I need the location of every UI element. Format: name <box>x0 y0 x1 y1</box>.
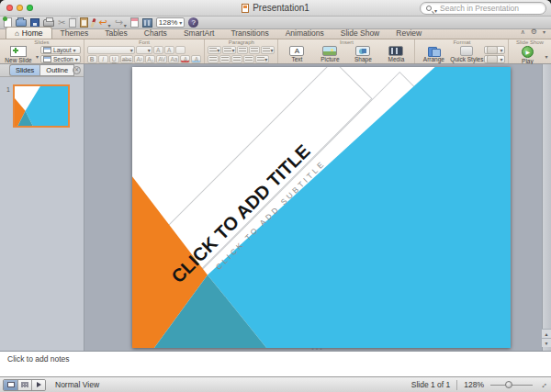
insert-media-button[interactable]: Media <box>380 46 411 62</box>
slide-show-view-button[interactable] <box>31 380 45 390</box>
shape-line-button[interactable] <box>484 55 505 63</box>
character-spacing-button[interactable]: AV <box>156 55 167 63</box>
copy-button[interactable] <box>69 17 76 28</box>
tab-home[interactable]: Home <box>6 27 52 39</box>
slide-show-icon <box>37 382 41 387</box>
insert-picture-label: Picture <box>320 56 339 62</box>
tab-smartart[interactable]: SmartArt <box>175 28 223 39</box>
close-pane-icon[interactable] <box>73 66 81 74</box>
cut-button[interactable] <box>58 17 65 28</box>
title-bar: Presentation1 Search in Presentation <box>0 0 551 17</box>
clear-formatting-button[interactable] <box>175 46 186 54</box>
tab-animations[interactable]: Animations <box>277 28 332 39</box>
slide-sorter-view-button[interactable] <box>17 380 31 390</box>
play-slideshow-button[interactable]: Play <box>512 46 543 64</box>
change-case-button[interactable]: Aa <box>168 55 179 63</box>
numbering-button[interactable] <box>222 46 236 54</box>
arrange-button[interactable]: Arrange <box>418 46 449 62</box>
play-caret-icon[interactable] <box>545 46 547 62</box>
section-button[interactable]: Section <box>40 55 81 63</box>
vertical-scrollbar[interactable] <box>542 64 551 351</box>
undo-button[interactable] <box>98 17 110 28</box>
tab-themes[interactable]: Themes <box>52 28 97 39</box>
ribbon-settings-gear-icon[interactable] <box>531 21 537 38</box>
tab-charts[interactable]: Charts <box>136 28 175 39</box>
slide-editor-area: CLICK TO ADD TITLE CLICK TO ADD SUBTITLE <box>84 64 551 351</box>
show-formatting-button[interactable] <box>130 17 139 28</box>
notes-splitter-handle[interactable] <box>311 347 323 351</box>
text-direction-button[interactable] <box>255 55 269 63</box>
layout-button[interactable]: Layout <box>40 46 81 54</box>
cut-icon <box>58 18 65 28</box>
insert-text-button[interactable]: A Text <box>281 46 312 62</box>
tab-transitions[interactable]: Transitions <box>222 28 276 39</box>
slide-thumbnail[interactable] <box>13 84 70 128</box>
insert-picture-button[interactable]: Picture <box>314 46 345 62</box>
document-icon <box>242 4 249 13</box>
quick-styles-button[interactable]: Quick Styles <box>451 46 482 62</box>
next-slide-button[interactable] <box>542 338 551 347</box>
paste-button[interactable] <box>80 17 88 28</box>
zoom-slider-knob[interactable] <box>505 381 512 388</box>
normal-view-button[interactable] <box>4 380 17 390</box>
ribbon-settings-caret-icon[interactable] <box>543 21 545 38</box>
redo-button[interactable] <box>115 17 127 28</box>
group-label: Insert <box>281 39 411 46</box>
zoom-caret-icon <box>179 18 182 27</box>
play-icon <box>522 46 534 58</box>
fit-slide-to-window-icon[interactable] <box>537 378 549 390</box>
insert-shape-icon <box>355 46 370 56</box>
zoom-slider[interactable] <box>490 385 533 386</box>
line-spacing-button[interactable] <box>261 46 275 54</box>
bold-button[interactable]: B <box>87 55 97 63</box>
font-name-dropdown[interactable] <box>87 46 135 54</box>
justify-button[interactable] <box>243 55 254 63</box>
grow-font-button[interactable]: A <box>153 46 163 54</box>
search-scope-caret-icon[interactable] <box>434 0 437 17</box>
line-spacing-caret-icon <box>270 47 273 53</box>
previous-slide-button[interactable] <box>542 329 551 338</box>
strikethrough-button[interactable]: abc <box>120 55 133 63</box>
new-slide-caret-icon[interactable] <box>36 46 39 62</box>
sidebar-tab-outline[interactable]: Outline <box>39 64 74 76</box>
arrange-icon <box>426 46 441 56</box>
ribbon-group-slide-show: Slide Show Play <box>508 39 550 63</box>
collapse-ribbon-icon[interactable] <box>521 21 525 38</box>
tab-tables[interactable]: Tables <box>96 28 136 39</box>
align-left-button[interactable] <box>208 55 219 63</box>
tab-slide-show[interactable]: Slide Show <box>332 28 388 39</box>
new-slide-button[interactable]: New Slide <box>3 46 34 63</box>
zoom-dropdown[interactable]: 128% <box>156 17 185 28</box>
section-icon <box>43 56 51 62</box>
align-center-button[interactable] <box>219 55 231 63</box>
align-right-button[interactable] <box>231 55 242 63</box>
slide-canvas[interactable]: CLICK TO ADD TITLE CLICK TO ADD SUBTITLE <box>132 67 511 348</box>
font-color-button[interactable]: A <box>180 55 190 63</box>
text-highlight-button[interactable]: A <box>191 55 201 63</box>
notes-pane[interactable]: Click to add notes <box>0 351 551 376</box>
shrink-font-button[interactable]: A <box>164 46 174 54</box>
status-bar: Normal View Slide 1 of 1 128% <box>0 376 551 392</box>
search-field[interactable]: Search in Presentation <box>420 2 546 15</box>
bullets-button[interactable] <box>208 46 221 54</box>
subscript-button[interactable]: A₂ <box>145 55 155 63</box>
tab-review[interactable]: Review <box>388 28 430 39</box>
decrease-indent-button[interactable] <box>237 46 248 54</box>
section-caret-icon <box>75 56 78 62</box>
font-size-dropdown[interactable] <box>136 46 152 54</box>
insert-shape-button[interactable]: Shape <box>347 46 378 62</box>
underline-button[interactable]: U <box>109 55 119 63</box>
bullets-icon <box>209 48 217 53</box>
arrange-label: Arrange <box>423 56 444 62</box>
media-browser-button[interactable] <box>142 17 152 28</box>
sidebar-tab-slides[interactable]: Slides <box>9 64 39 76</box>
shape-fill-button[interactable] <box>484 46 505 54</box>
italic-button[interactable]: I <box>98 55 108 63</box>
format-painter-button[interactable] <box>92 17 95 28</box>
text-direction-caret-icon <box>264 56 267 62</box>
notes-placeholder[interactable]: Click to add notes <box>7 354 551 364</box>
increase-indent-button[interactable] <box>249 46 260 54</box>
decrease-indent-icon <box>239 48 246 53</box>
superscript-button[interactable]: A² <box>134 55 144 63</box>
help-button[interactable] <box>188 17 198 28</box>
